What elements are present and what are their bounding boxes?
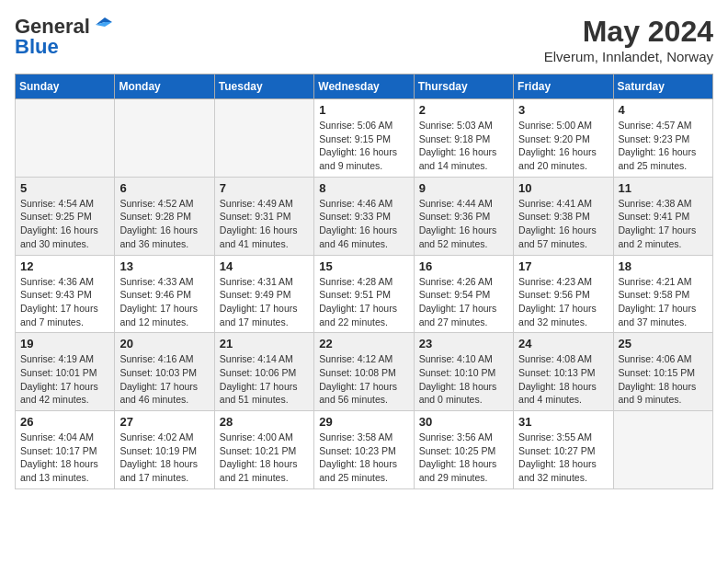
calendar-cell [613, 411, 712, 489]
day-number: 2 [419, 103, 508, 117]
day-number: 11 [619, 181, 708, 195]
day-number: 27 [119, 415, 209, 429]
calendar-week-row: 1Sunrise: 5:06 AM Sunset: 9:15 PM Daylig… [16, 99, 713, 178]
calendar-cell [214, 99, 313, 178]
day-info: Sunrise: 4:04 AM Sunset: 10:17 PM Daylig… [20, 431, 109, 485]
day-info: Sunrise: 4:10 AM Sunset: 10:10 PM Daylig… [419, 352, 508, 407]
day-number: 12 [20, 259, 109, 273]
calendar-cell: 5Sunrise: 4:54 AM Sunset: 9:25 PM Daylig… [16, 177, 115, 255]
page-header: General Blue May 2024 Elverum, Innlandet… [15, 15, 713, 64]
logo: General Blue [15, 15, 112, 59]
day-number: 22 [319, 337, 408, 350]
day-info: Sunrise: 4:26 AM Sunset: 9:54 PM Dayligh… [419, 275, 508, 329]
calendar-cell: 8Sunrise: 4:46 AM Sunset: 9:33 PM Daylig… [314, 177, 414, 255]
calendar-cell: 15Sunrise: 4:28 AM Sunset: 9:51 PM Dayli… [314, 255, 414, 333]
calendar-cell: 23Sunrise: 4:10 AM Sunset: 10:10 PM Dayl… [414, 333, 513, 411]
day-info: Sunrise: 5:06 AM Sunset: 9:15 PM Dayligh… [319, 119, 408, 173]
calendar-cell: 22Sunrise: 4:12 AM Sunset: 10:08 PM Dayl… [314, 333, 414, 411]
day-info: Sunrise: 4:41 AM Sunset: 9:38 PM Dayligh… [518, 197, 608, 251]
day-number: 13 [119, 259, 209, 273]
calendar-cell: 4Sunrise: 4:57 AM Sunset: 9:23 PM Daylig… [613, 99, 712, 178]
title-block: May 2024 Elverum, Innlandet, Norway [544, 15, 713, 64]
day-info: Sunrise: 4:57 AM Sunset: 9:23 PM Dayligh… [619, 119, 708, 173]
calendar-week-row: 5Sunrise: 4:54 AM Sunset: 9:25 PM Daylig… [16, 177, 713, 255]
day-number: 29 [319, 415, 408, 429]
day-info: Sunrise: 4:38 AM Sunset: 9:41 PM Dayligh… [619, 197, 708, 251]
day-info: Sunrise: 3:58 AM Sunset: 10:23 PM Daylig… [319, 431, 408, 485]
day-info: Sunrise: 3:55 AM Sunset: 10:27 PM Daylig… [518, 431, 608, 485]
day-number: 10 [518, 181, 608, 195]
calendar-cell: 19Sunrise: 4:19 AM Sunset: 10:01 PM Dayl… [16, 333, 115, 411]
calendar-cell: 7Sunrise: 4:49 AM Sunset: 9:31 PM Daylig… [214, 177, 313, 255]
col-header-thursday: Thursday [414, 75, 513, 99]
day-number: 16 [419, 259, 508, 273]
calendar-cell: 17Sunrise: 4:23 AM Sunset: 9:56 PM Dayli… [514, 255, 613, 333]
col-header-friday: Friday [514, 75, 613, 99]
calendar-cell: 20Sunrise: 4:16 AM Sunset: 10:03 PM Dayl… [115, 333, 214, 411]
day-info: Sunrise: 3:56 AM Sunset: 10:25 PM Daylig… [419, 431, 508, 485]
day-info: Sunrise: 4:00 AM Sunset: 10:21 PM Daylig… [220, 431, 309, 485]
calendar-cell: 10Sunrise: 4:41 AM Sunset: 9:38 PM Dayli… [514, 177, 613, 255]
calendar-cell: 24Sunrise: 4:08 AM Sunset: 10:13 PM Dayl… [514, 333, 613, 411]
calendar-week-row: 12Sunrise: 4:36 AM Sunset: 9:43 PM Dayli… [16, 255, 713, 333]
calendar-cell: 2Sunrise: 5:03 AM Sunset: 9:18 PM Daylig… [414, 99, 513, 178]
day-number: 7 [220, 181, 309, 195]
day-number: 26 [20, 415, 109, 429]
day-number: 9 [419, 181, 508, 195]
col-header-tuesday: Tuesday [214, 75, 313, 99]
day-info: Sunrise: 4:02 AM Sunset: 10:19 PM Daylig… [119, 431, 209, 485]
calendar-cell [16, 99, 115, 178]
day-number: 14 [220, 259, 309, 273]
day-info: Sunrise: 4:14 AM Sunset: 10:06 PM Daylig… [220, 352, 309, 407]
calendar-cell: 29Sunrise: 3:58 AM Sunset: 10:23 PM Dayl… [314, 411, 414, 489]
calendar-cell: 28Sunrise: 4:00 AM Sunset: 10:21 PM Dayl… [214, 411, 313, 489]
day-info: Sunrise: 4:52 AM Sunset: 9:28 PM Dayligh… [119, 197, 209, 251]
day-number: 28 [220, 415, 309, 429]
day-number: 4 [619, 103, 708, 117]
calendar-cell: 6Sunrise: 4:52 AM Sunset: 9:28 PM Daylig… [115, 177, 214, 255]
day-number: 23 [419, 337, 508, 350]
svg-marker-1 [96, 22, 112, 27]
day-number: 31 [518, 415, 608, 429]
calendar-table: SundayMondayTuesdayWednesdayThursdayFrid… [15, 74, 713, 489]
day-number: 21 [220, 337, 309, 350]
col-header-saturday: Saturday [613, 75, 712, 99]
day-number: 20 [119, 337, 209, 350]
day-info: Sunrise: 4:08 AM Sunset: 10:13 PM Daylig… [518, 352, 608, 407]
calendar-cell: 9Sunrise: 4:44 AM Sunset: 9:36 PM Daylig… [414, 177, 513, 255]
day-info: Sunrise: 4:44 AM Sunset: 9:36 PM Dayligh… [419, 197, 508, 251]
day-info: Sunrise: 4:36 AM Sunset: 9:43 PM Dayligh… [20, 275, 109, 329]
day-number: 6 [119, 181, 209, 195]
logo-bird-icon [92, 17, 112, 32]
calendar-cell: 3Sunrise: 5:00 AM Sunset: 9:20 PM Daylig… [514, 99, 613, 178]
day-info: Sunrise: 4:49 AM Sunset: 9:31 PM Dayligh… [220, 197, 309, 251]
day-number: 24 [518, 337, 608, 350]
calendar-header-row: SundayMondayTuesdayWednesdayThursdayFrid… [16, 75, 713, 99]
day-info: Sunrise: 5:03 AM Sunset: 9:18 PM Dayligh… [419, 119, 508, 173]
day-number: 15 [319, 259, 408, 273]
calendar-cell: 11Sunrise: 4:38 AM Sunset: 9:41 PM Dayli… [613, 177, 712, 255]
calendar-cell: 26Sunrise: 4:04 AM Sunset: 10:17 PM Dayl… [16, 411, 115, 489]
calendar-cell: 16Sunrise: 4:26 AM Sunset: 9:54 PM Dayli… [414, 255, 513, 333]
day-number: 25 [619, 337, 708, 350]
day-number: 19 [20, 337, 109, 350]
day-info: Sunrise: 4:31 AM Sunset: 9:49 PM Dayligh… [220, 275, 309, 329]
calendar-cell: 21Sunrise: 4:14 AM Sunset: 10:06 PM Dayl… [214, 333, 313, 411]
main-title: May 2024 [544, 15, 713, 49]
calendar-cell: 18Sunrise: 4:21 AM Sunset: 9:58 PM Dayli… [613, 255, 712, 333]
calendar-cell: 13Sunrise: 4:33 AM Sunset: 9:46 PM Dayli… [115, 255, 214, 333]
subtitle: Elverum, Innlandet, Norway [544, 49, 713, 64]
calendar-cell: 12Sunrise: 4:36 AM Sunset: 9:43 PM Dayli… [16, 255, 115, 333]
col-header-wednesday: Wednesday [314, 75, 414, 99]
day-info: Sunrise: 4:06 AM Sunset: 10:15 PM Daylig… [619, 352, 708, 407]
day-info: Sunrise: 4:54 AM Sunset: 9:25 PM Dayligh… [20, 197, 109, 251]
day-number: 1 [319, 103, 408, 117]
logo-text-blue: Blue [15, 35, 59, 59]
day-number: 18 [619, 259, 708, 273]
col-header-sunday: Sunday [16, 75, 115, 99]
calendar-week-row: 26Sunrise: 4:04 AM Sunset: 10:17 PM Dayl… [16, 411, 713, 489]
calendar-cell: 1Sunrise: 5:06 AM Sunset: 9:15 PM Daylig… [314, 99, 414, 178]
day-info: Sunrise: 4:21 AM Sunset: 9:58 PM Dayligh… [619, 275, 708, 329]
calendar-week-row: 19Sunrise: 4:19 AM Sunset: 10:01 PM Dayl… [16, 333, 713, 411]
day-info: Sunrise: 4:46 AM Sunset: 9:33 PM Dayligh… [319, 197, 408, 251]
